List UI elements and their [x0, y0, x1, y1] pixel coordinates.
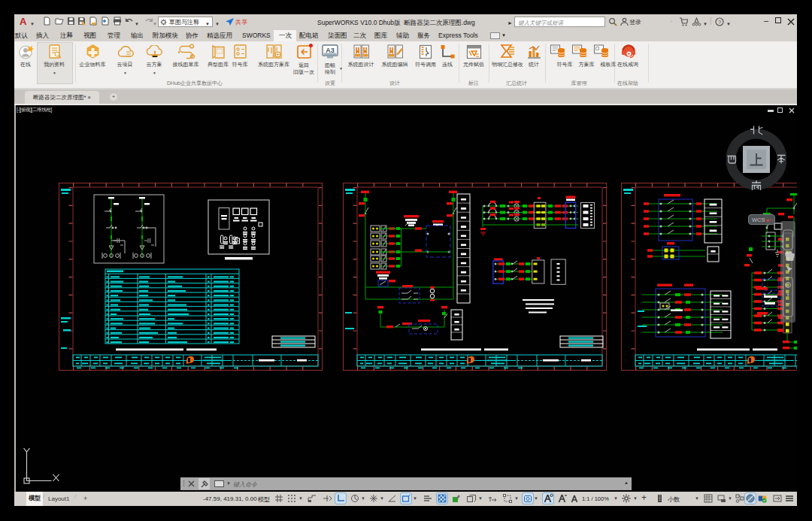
svg-text:?: ? — [718, 19, 721, 26]
svg-text:A3: A3 — [326, 47, 335, 54]
